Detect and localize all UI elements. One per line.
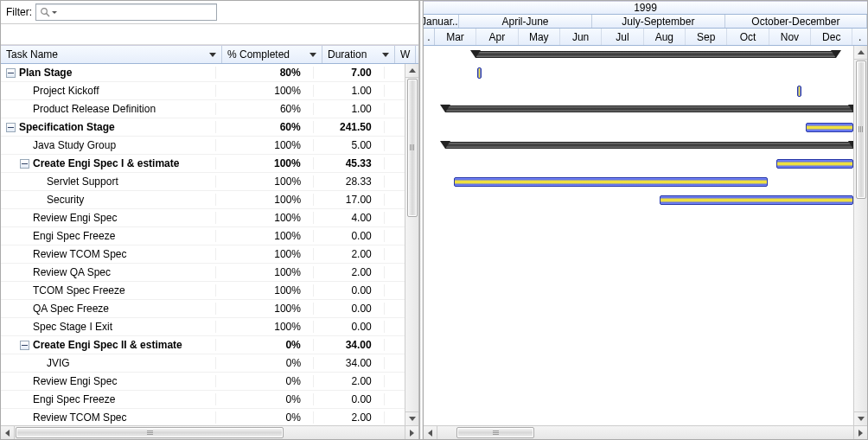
timeline-month[interactable]: . [852, 29, 867, 45]
timeline-month[interactable]: May [519, 29, 560, 45]
gantt-task-bar[interactable] [806, 123, 853, 132]
timeline-month[interactable]: Mar [435, 29, 476, 45]
gantt-row[interactable] [424, 155, 853, 173]
table-row[interactable]: Review Engi Spec0%2.00 [1, 373, 405, 391]
timeline-month[interactable]: Nov [769, 29, 811, 45]
sort-icon[interactable] [310, 53, 316, 57]
table-row[interactable]: Review Engi Spec100%4.00 [1, 209, 405, 227]
table-row[interactable]: Java Study Group100%5.00 [1, 137, 405, 155]
table-row[interactable]: JVIG0%34.00 [1, 354, 405, 373]
scroll-left-button[interactable] [424, 426, 437, 439]
gantt-summary-bar[interactable] [445, 142, 853, 149]
timeline-body[interactable] [424, 46, 853, 425]
scroll-down-button[interactable] [854, 411, 867, 425]
scroll-thumb[interactable] [407, 79, 418, 217]
gantt-row[interactable] [424, 373, 853, 391]
scroll-thumb[interactable] [456, 427, 534, 438]
gantt-task-bar[interactable] [776, 159, 853, 169]
scroll-down-button[interactable] [405, 411, 418, 425]
gantt-row[interactable] [424, 300, 853, 318]
grid-vertical-scrollbar[interactable] [405, 64, 418, 425]
table-row[interactable]: Review TCOM Spec0%2.00 [1, 409, 405, 425]
table-row[interactable]: Servlet Support100%28.33 [1, 173, 405, 191]
timeline-year-header[interactable]: 1999 [424, 1, 867, 15]
table-row[interactable]: Specification Stage60%241.50 [1, 118, 405, 137]
timeline-quarter[interactable]: October-December [725, 15, 867, 28]
svg-line-1 [47, 14, 49, 16]
table-row[interactable]: Create Engi Spec II & estimate0%34.00 [1, 336, 405, 354]
scroll-left-button[interactable] [1, 426, 15, 439]
gantt-summary-bar[interactable] [445, 105, 853, 112]
timeline-month[interactable]: Aug [644, 29, 686, 45]
timeline-quarter[interactable]: April-June [459, 15, 592, 28]
scroll-right-button[interactable] [853, 426, 867, 439]
table-row[interactable]: Engi Spec Freeze100%0.00 [1, 227, 405, 246]
scroll-thumb[interactable] [16, 427, 284, 438]
expand-toggle[interactable] [20, 159, 29, 169]
col-pct-completed[interactable]: % Completed [222, 46, 322, 63]
timeline-month[interactable]: . [424, 29, 435, 45]
gantt-row[interactable] [424, 191, 853, 209]
scroll-thumb[interactable] [856, 61, 866, 199]
gantt-row[interactable] [424, 354, 853, 373]
table-row[interactable]: Security100%17.00 [1, 191, 405, 209]
grid-horizontal-scrollbar[interactable] [1, 425, 418, 439]
gantt-row[interactable] [424, 318, 853, 336]
gantt-milestone-bar[interactable] [797, 86, 801, 97]
timeline-quarter-header[interactable]: Januar...April-JuneJuly-SeptemberOctober… [424, 15, 867, 29]
gantt-row[interactable] [424, 46, 853, 64]
scroll-up-button[interactable] [405, 64, 418, 78]
table-row[interactable]: Create Engi Spec I & estimate100%45.33 [1, 155, 405, 173]
sort-icon[interactable] [382, 53, 389, 57]
gantt-summary-bar[interactable] [475, 51, 837, 58]
table-row[interactable]: TCOM Spec Freeze100%0.00 [1, 282, 405, 300]
gantt-row[interactable] [424, 391, 853, 409]
timeline-month[interactable]: Dec [811, 29, 852, 45]
timeline-quarter[interactable]: Januar... [424, 15, 459, 28]
gantt-row[interactable] [424, 137, 853, 155]
filter-box[interactable] [35, 3, 217, 21]
gantt-milestone-bar[interactable] [477, 67, 482, 79]
gantt-row[interactable] [424, 64, 853, 82]
timeline-month[interactable]: Sep [686, 29, 727, 45]
gantt-row[interactable] [424, 209, 853, 227]
gantt-row[interactable] [424, 264, 853, 282]
timeline-month[interactable]: Jul [602, 29, 643, 45]
timeline-month[interactable]: Oct [727, 29, 769, 45]
filter-input[interactable] [57, 5, 213, 19]
col-duration[interactable]: Duration [322, 46, 395, 63]
timeline-month[interactable]: Jun [560, 29, 602, 45]
table-row[interactable]: Review QA Spec100%2.00 [1, 264, 405, 282]
expand-toggle[interactable] [6, 123, 16, 132]
table-row[interactable]: Product Release Definition60%1.00 [1, 100, 405, 118]
gantt-task-bar[interactable] [660, 195, 853, 205]
gantt-row[interactable] [424, 227, 853, 246]
grid-body[interactable]: Plan Stage80%7.00Project Kickoff100%1.00… [1, 64, 405, 425]
table-row[interactable]: Engi Spec Freeze0%0.00 [1, 391, 405, 409]
sort-icon[interactable] [209, 53, 216, 57]
timeline-horizontal-scrollbar[interactable] [424, 425, 867, 439]
gantt-row[interactable] [424, 118, 853, 137]
gantt-row[interactable] [424, 282, 853, 300]
col-task-name[interactable]: Task Name [1, 46, 222, 63]
expand-toggle[interactable] [6, 68, 16, 78]
gantt-row[interactable] [424, 100, 853, 118]
table-row[interactable]: Spec Stage I Exit100%0.00 [1, 318, 405, 336]
timeline-vertical-scrollbar[interactable] [853, 46, 867, 425]
col-w[interactable]: W [395, 46, 416, 63]
gantt-row[interactable] [424, 82, 853, 100]
table-row[interactable]: Project Kickoff100%1.00 [1, 82, 405, 100]
scroll-right-button[interactable] [405, 426, 418, 439]
gantt-row[interactable] [424, 246, 853, 264]
table-row[interactable]: QA Spec Freeze100%0.00 [1, 300, 405, 318]
timeline-month-header[interactable]: .MarAprMayJunJulAugSepOctNovDec. [424, 29, 867, 46]
timeline-quarter[interactable]: July-September [592, 15, 725, 28]
gantt-row[interactable] [424, 173, 853, 191]
table-row[interactable]: Review TCOM Spec100%2.00 [1, 246, 405, 264]
table-row[interactable]: Plan Stage80%7.00 [1, 64, 405, 82]
expand-toggle[interactable] [20, 341, 29, 350]
gantt-row[interactable] [424, 336, 853, 354]
scroll-up-button[interactable] [854, 46, 867, 60]
gantt-task-bar[interactable] [454, 177, 768, 187]
timeline-month[interactable]: Apr [476, 29, 518, 45]
